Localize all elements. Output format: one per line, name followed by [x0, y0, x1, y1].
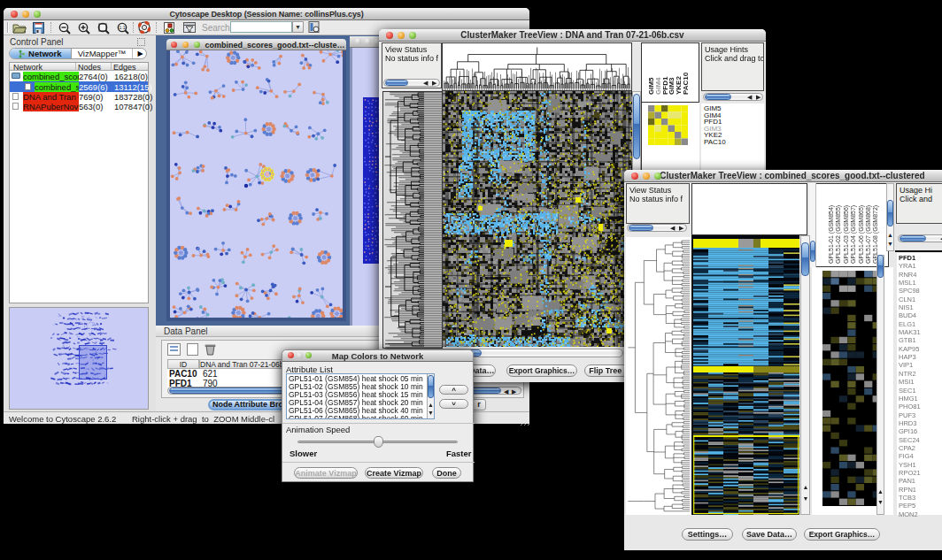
svg-text:1:1: 1:1	[120, 25, 126, 30]
